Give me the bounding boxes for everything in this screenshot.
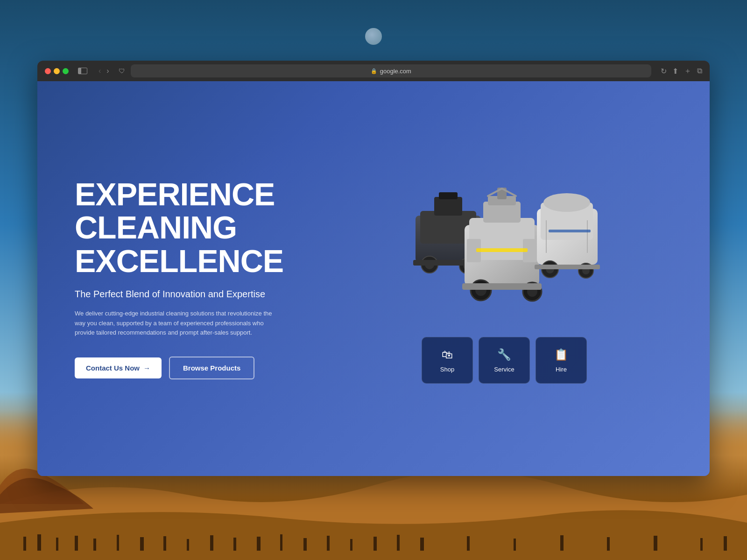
minimize-button[interactable] — [54, 68, 60, 74]
machines-illustration — [406, 174, 602, 323]
hire-label: Hire — [556, 366, 567, 373]
svg-rect-46 — [462, 283, 542, 290]
maximize-button[interactable] — [63, 68, 69, 74]
reload-button[interactable]: ↻ — [661, 67, 667, 76]
hire-icon: 📋 — [554, 348, 568, 361]
svg-rect-29 — [439, 192, 458, 199]
hero-left: EXPERIENCE CLEANING EXCELLENCE The Perfe… — [75, 178, 336, 380]
address-bar[interactable]: 🔒 google.com — [131, 64, 651, 77]
hero-subtitle: The Perfect Blend of Innovation and Expe… — [75, 289, 336, 300]
share-button[interactable]: ⬆ — [672, 67, 678, 76]
service-label: Service — [494, 366, 514, 373]
svg-rect-28 — [434, 197, 462, 216]
forward-button[interactable]: › — [105, 66, 111, 76]
hero-right: 🛍 Shop 🔧 Service 📋 Hire — [336, 174, 672, 384]
sidebar-toggle-button[interactable] — [78, 68, 87, 74]
service-icon: 🔧 — [497, 348, 511, 361]
nav-buttons: ‹ › — [97, 66, 111, 76]
svg-rect-57 — [535, 265, 600, 269]
website-content: EXPERIENCE CLEANING EXCELLENCE The Perfe… — [37, 81, 710, 476]
machines-svg — [406, 174, 602, 318]
moon-decoration — [365, 28, 382, 45]
traffic-lights — [45, 68, 69, 74]
title-line3: EXCELLENCE — [75, 245, 336, 278]
title-line1: EXPERIENCE — [75, 178, 336, 211]
service-cards: 🛍 Shop 🔧 Service 📋 Hire — [422, 337, 587, 384]
contact-us-button[interactable]: Contact Us Now → — [75, 357, 162, 378]
browser-chrome: ‹ › 🛡 🔒 google.com ↻ ⬆ ＋ ⧉ — [37, 61, 710, 81]
service-card[interactable]: 🔧 Service — [479, 337, 530, 384]
back-button[interactable]: ‹ — [97, 66, 103, 76]
hero-buttons: Contact Us Now → Browse Products — [75, 357, 336, 379]
close-button[interactable] — [45, 68, 51, 74]
svg-point-52 — [543, 193, 590, 212]
shop-icon: 🛍 — [442, 348, 453, 361]
title-line2: CLEANING — [75, 211, 336, 244]
browse-label: Browse Products — [183, 364, 240, 372]
browse-products-button[interactable]: Browse Products — [169, 357, 254, 379]
hire-card[interactable]: 📋 Hire — [536, 337, 587, 384]
browser-actions: ↻ ⬆ ＋ ⧉ — [661, 66, 702, 76]
svg-rect-60 — [549, 230, 591, 232]
shield-icon: 🛡 — [119, 67, 125, 75]
shop-card[interactable]: 🛍 Shop — [422, 337, 473, 384]
lock-icon: 🔒 — [371, 68, 377, 74]
contact-label: Contact Us Now — [86, 364, 140, 372]
tabs-button[interactable]: ⧉ — [697, 67, 702, 75]
svg-rect-41 — [476, 248, 528, 252]
browser-window: ‹ › 🛡 🔒 google.com ↻ ⬆ ＋ ⧉ EXPERIENCE CL… — [37, 61, 710, 476]
hero-title: EXPERIENCE CLEANING EXCELLENCE — [75, 178, 336, 278]
hero-description: We deliver cutting-edge industrial clean… — [75, 309, 280, 338]
shop-label: Shop — [440, 366, 454, 373]
new-tab-button[interactable]: ＋ — [684, 66, 691, 76]
url-text: google.com — [380, 68, 411, 75]
arrow-icon: → — [143, 364, 150, 372]
